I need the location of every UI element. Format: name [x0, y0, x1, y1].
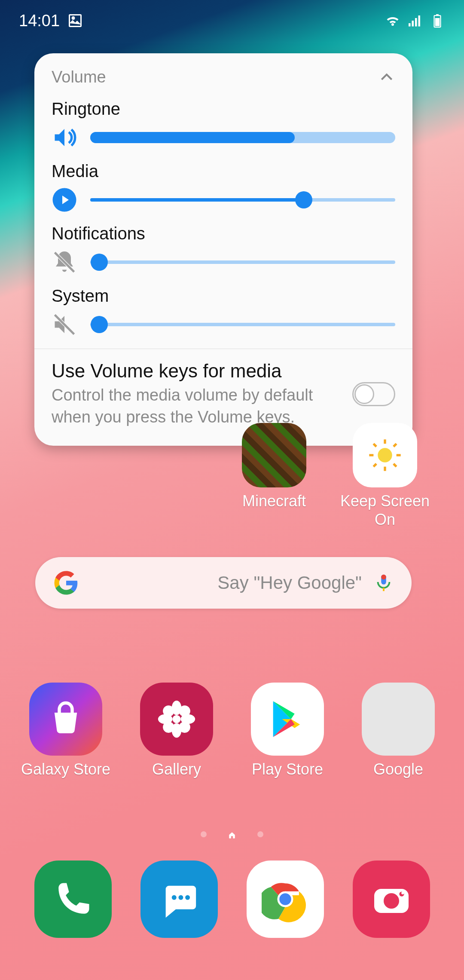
page-dot[interactable]	[201, 831, 207, 837]
google-search-bar[interactable]: Say "Hey Google"	[35, 557, 412, 609]
svg-point-37	[185, 895, 190, 900]
page-indicator[interactable]	[0, 831, 464, 839]
page-dot[interactable]	[257, 831, 263, 837]
svg-point-34	[179, 722, 190, 733]
svg-rect-0	[70, 15, 81, 27]
system-row: System	[52, 286, 395, 337]
system-mute-icon	[52, 312, 77, 337]
battery-icon	[430, 13, 445, 28]
media-label: Media	[52, 162, 395, 181]
media-keys-title: Use Volume keys for media	[52, 360, 344, 382]
svg-line-19	[373, 444, 376, 447]
app-label: Minecraft	[242, 492, 306, 510]
volume-panel-title: Volume	[52, 68, 106, 86]
app-keep-screen-on[interactable]: Keep Screen On	[333, 423, 437, 529]
app-label: Google	[373, 760, 423, 778]
svg-line-20	[394, 464, 397, 467]
svg-rect-5	[418, 15, 421, 27]
media-row: Media	[52, 162, 395, 213]
app-label: Gallery	[152, 760, 201, 778]
svg-rect-8	[435, 18, 440, 26]
ringtone-label: Ringtone	[52, 99, 395, 119]
media-keys-toggle[interactable]	[352, 382, 395, 406]
app-galaxy-store[interactable]: Galaxy Store	[14, 683, 117, 778]
system-label: System	[52, 286, 395, 306]
app-minecraft[interactable]: Minecraft	[223, 423, 326, 510]
volume-panel: Volume Ringtone Media	[34, 53, 412, 446]
svg-rect-2	[409, 23, 411, 27]
bell-off-icon	[52, 249, 77, 275]
signal-icon	[407, 13, 423, 28]
svg-point-1	[72, 17, 74, 19]
search-placeholder: Say "Hey Google"	[79, 573, 374, 593]
svg-point-26	[173, 715, 181, 723]
svg-rect-25	[381, 575, 386, 580]
media-keys-setting[interactable]: Use Volume keys for media Control the me…	[52, 360, 395, 429]
media-slider[interactable]	[90, 198, 395, 202]
svg-point-44	[401, 891, 404, 894]
divider	[34, 349, 412, 349]
svg-line-21	[373, 464, 376, 467]
app-label: Keep Screen On	[333, 492, 437, 529]
app-row: Galaxy Store Gallery Play Store Google	[0, 683, 464, 778]
notifications-row: Notifications	[52, 224, 395, 275]
media-keys-desc: Control the media volume by default when…	[52, 384, 344, 429]
svg-rect-4	[415, 18, 417, 27]
dock-phone[interactable]	[34, 861, 112, 938]
notifications-slider[interactable]	[90, 260, 395, 264]
speaker-icon	[52, 125, 77, 150]
wifi-icon	[385, 13, 400, 28]
folder-google[interactable]: Google	[347, 683, 450, 778]
svg-point-31	[163, 705, 174, 717]
svg-point-35	[171, 895, 176, 900]
screenshot-icon	[67, 13, 83, 28]
app-label: Galaxy Store	[21, 760, 110, 778]
google-logo-icon	[53, 570, 79, 596]
svg-point-14	[378, 448, 392, 462]
svg-rect-7	[436, 14, 439, 15]
svg-point-33	[163, 722, 174, 733]
svg-line-22	[394, 444, 397, 447]
collapse-icon[interactable]	[378, 69, 395, 86]
system-slider[interactable]	[90, 323, 395, 326]
page-dot-home[interactable]	[228, 831, 236, 839]
svg-point-36	[178, 895, 183, 900]
app-label: Play Store	[252, 760, 323, 778]
dock-messages[interactable]	[140, 861, 218, 938]
play-circle-icon	[52, 187, 77, 213]
mic-icon[interactable]	[374, 573, 394, 593]
status-bar: 14:01	[0, 0, 464, 41]
notifications-label: Notifications	[52, 224, 395, 243]
svg-point-32	[179, 705, 190, 717]
dock-camera[interactable]	[353, 861, 430, 938]
dock	[0, 861, 464, 938]
svg-rect-3	[412, 21, 414, 27]
app-play-store[interactable]: Play Store	[236, 683, 339, 778]
ringtone-row: Ringtone	[52, 99, 395, 150]
status-time: 14:01	[19, 12, 60, 30]
dock-chrome[interactable]	[247, 861, 324, 938]
svg-point-42	[384, 893, 399, 909]
app-gallery[interactable]: Gallery	[125, 683, 228, 778]
ringtone-slider[interactable]	[90, 132, 395, 143]
